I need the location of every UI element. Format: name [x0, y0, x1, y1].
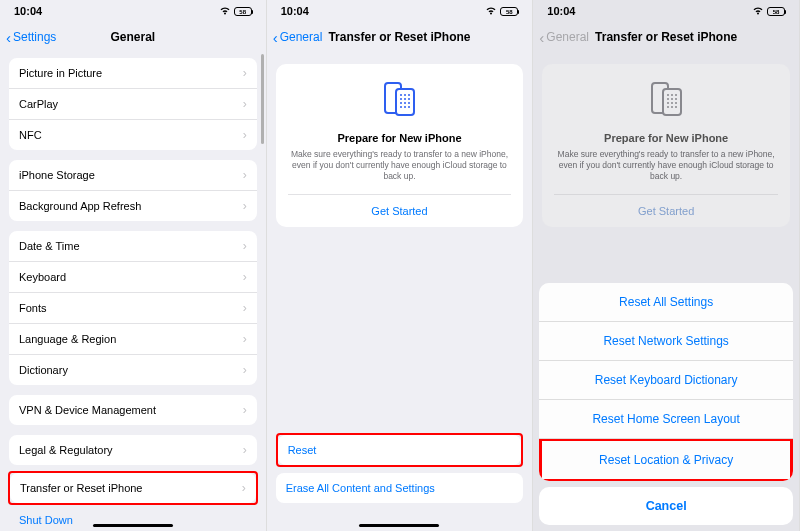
row-keyboard[interactable]: Keyboard›	[9, 262, 257, 293]
navbar: ‹ General Transfer or Reset iPhone	[267, 22, 533, 52]
nav-title: Transfer or Reset iPhone	[328, 30, 470, 44]
chevron-right-icon: ›	[243, 66, 247, 80]
back-label: Settings	[13, 30, 56, 44]
svg-point-7	[408, 98, 410, 100]
highlight-reset: Reset	[276, 433, 524, 467]
row-nfc[interactable]: NFC›	[9, 120, 257, 150]
svg-point-24	[675, 102, 677, 104]
settings-group: Picture in Picture› CarPlay› NFC›	[9, 58, 257, 150]
devices-icon	[288, 78, 512, 122]
svg-point-27	[675, 106, 677, 108]
back-button[interactable]: ‹ General	[273, 30, 323, 45]
back-label: General	[280, 30, 323, 44]
get-started-button[interactable]: Get Started	[288, 194, 512, 227]
status-bar: 10:04 58	[0, 0, 266, 22]
svg-point-8	[400, 102, 402, 104]
status-bar: 10:04 58	[533, 0, 799, 22]
row-erase-all[interactable]: Erase All Content and Settings	[276, 473, 524, 503]
prepare-card: Prepare for New iPhone Make sure everyth…	[276, 64, 524, 227]
home-indicator[interactable]	[359, 524, 439, 528]
wifi-icon	[219, 6, 231, 17]
svg-point-26	[671, 106, 673, 108]
chevron-right-icon: ›	[243, 239, 247, 253]
sheet-reset-location[interactable]: Reset Location & Privacy	[542, 441, 790, 479]
row-carplay[interactable]: CarPlay›	[9, 89, 257, 120]
svg-point-16	[667, 94, 669, 96]
chevron-right-icon: ›	[243, 443, 247, 457]
settings-group: Date & Time› Keyboard› Fonts› Language &…	[9, 231, 257, 385]
screen-reset-sheet: 10:04 58 ‹ General Transfer or Reset iPh…	[533, 0, 800, 531]
row-transfer-reset[interactable]: Transfer or Reset iPhone›	[10, 473, 256, 503]
svg-point-21	[675, 98, 677, 100]
battery-icon: 58	[500, 7, 518, 16]
sheet-reset-network[interactable]: Reset Network Settings	[539, 322, 793, 361]
chevron-right-icon: ›	[243, 128, 247, 142]
svg-point-6	[404, 98, 406, 100]
devices-icon	[554, 78, 778, 122]
sheet-reset-keyboard[interactable]: Reset Keyboard Dictionary	[539, 361, 793, 400]
row-shutdown[interactable]: Shut Down	[9, 505, 257, 531]
svg-point-25	[667, 106, 669, 108]
svg-point-12	[404, 106, 406, 108]
row-dictionary[interactable]: Dictionary›	[9, 355, 257, 385]
svg-point-11	[400, 106, 402, 108]
sheet-reset-all[interactable]: Reset All Settings	[539, 283, 793, 322]
chevron-right-icon: ›	[243, 199, 247, 213]
sheet-reset-home[interactable]: Reset Home Screen Layout	[539, 400, 793, 439]
card-body: Make sure everything's ready to transfer…	[554, 149, 778, 182]
chevron-left-icon: ‹	[273, 30, 278, 45]
chevron-right-icon: ›	[243, 270, 247, 284]
status-time: 10:04	[547, 5, 575, 17]
home-indicator[interactable]	[93, 524, 173, 528]
chevron-right-icon: ›	[243, 332, 247, 346]
card-body: Make sure everything's ready to transfer…	[288, 149, 512, 182]
chevron-right-icon: ›	[243, 168, 247, 182]
row-background-app-refresh[interactable]: Background App Refresh›	[9, 191, 257, 221]
svg-point-17	[671, 94, 673, 96]
chevron-right-icon: ›	[243, 97, 247, 111]
row-date-time[interactable]: Date & Time›	[9, 231, 257, 262]
card-heading: Prepare for New iPhone	[288, 132, 512, 144]
row-vpn[interactable]: VPN & Device Management›	[9, 395, 257, 425]
row-reset[interactable]: Reset	[278, 435, 522, 465]
wifi-icon	[485, 6, 497, 17]
back-button: ‹ General	[539, 30, 589, 45]
wifi-icon	[752, 6, 764, 17]
chevron-right-icon: ›	[242, 481, 246, 495]
svg-point-3	[404, 94, 406, 96]
svg-point-22	[667, 102, 669, 104]
scroll-indicator[interactable]	[261, 54, 264, 144]
chevron-left-icon: ‹	[6, 30, 11, 45]
status-time: 10:04	[14, 5, 42, 17]
row-language-region[interactable]: Language & Region›	[9, 324, 257, 355]
nav-title: Transfer or Reset iPhone	[595, 30, 737, 44]
svg-point-2	[400, 94, 402, 96]
svg-point-18	[675, 94, 677, 96]
svg-point-19	[667, 98, 669, 100]
prepare-card: Prepare for New iPhone Make sure everyth…	[542, 64, 790, 227]
row-fonts[interactable]: Fonts›	[9, 293, 257, 324]
nav-title: General	[110, 30, 155, 44]
svg-point-13	[408, 106, 410, 108]
svg-point-20	[671, 98, 673, 100]
bottom-links: Reset Erase All Content and Settings	[276, 433, 524, 503]
svg-point-4	[408, 94, 410, 96]
back-button[interactable]: ‹ Settings	[6, 30, 56, 45]
chevron-right-icon: ›	[243, 363, 247, 377]
card-heading: Prepare for New iPhone	[554, 132, 778, 144]
settings-list: Picture in Picture› CarPlay› NFC› iPhone…	[0, 58, 266, 531]
sheet-cancel-button[interactable]: Cancel	[539, 487, 793, 525]
navbar: ‹ General Transfer or Reset iPhone	[533, 22, 799, 52]
row-picture-in-picture[interactable]: Picture in Picture›	[9, 58, 257, 89]
svg-point-5	[400, 98, 402, 100]
screen-transfer-reset: 10:04 58 ‹ General Transfer or Reset iPh…	[267, 0, 534, 531]
chevron-right-icon: ›	[243, 403, 247, 417]
row-legal[interactable]: Legal & Regulatory›	[9, 435, 257, 465]
row-iphone-storage[interactable]: iPhone Storage›	[9, 160, 257, 191]
svg-point-9	[404, 102, 406, 104]
get-started-button: Get Started	[554, 194, 778, 227]
screen-general: 10:04 58 ‹ Settings General Picture in P…	[0, 0, 267, 531]
settings-group: VPN & Device Management›	[9, 395, 257, 425]
action-sheet: Reset All Settings Reset Network Setting…	[539, 283, 793, 525]
settings-group: iPhone Storage› Background App Refresh›	[9, 160, 257, 221]
